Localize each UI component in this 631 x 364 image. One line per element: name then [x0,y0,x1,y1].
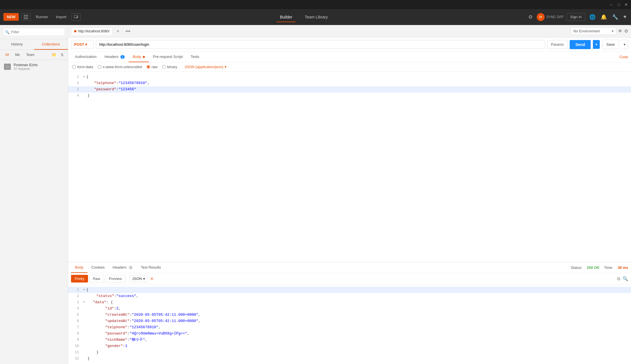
resp-cookies-label: Cookies [91,265,105,269]
code-link[interactable]: Code [619,55,628,59]
resp-code-line: 7 "telphone" : "12345678910" , [68,324,631,330]
sidebar-icon [24,15,28,19]
add-tab-button[interactable]: + [114,28,122,35]
tab-prerequest[interactable]: Pre-request Script [149,52,187,62]
save-button[interactable]: Save [602,40,619,49]
settings-icon[interactable]: ⚙ [527,13,534,21]
resp-tab-body[interactable]: Body [71,262,87,273]
bell-icon[interactable]: 🔔 [599,13,608,21]
svg-rect-2 [24,18,28,19]
json-fmt-label: JSON [132,277,142,281]
globe-icon[interactable]: 🌐 [588,13,597,21]
filter-me[interactable]: Me [13,52,22,58]
status-value: 200 OK [587,265,599,270]
preview-btn[interactable]: Preview [105,275,126,283]
form-data-option[interactable]: form-data [72,65,93,69]
resp-code-line: 2 "status" : "success" , [68,293,631,299]
urlencoded-option[interactable]: x-www-form-urlencoded [98,65,142,69]
body-options: form-data x-www-form-urlencoded raw bina… [68,62,631,72]
copy-button[interactable]: ⧉ [617,276,620,281]
filter-all[interactable]: All [3,52,11,58]
url-bar: http://localhost:8080/ + ••• No Environm… [68,25,631,37]
environment-dropdown[interactable]: No Environment ▾ [571,27,616,35]
filter-icon[interactable]: ≡ [151,276,153,281]
binary-option[interactable]: binary [162,65,177,69]
collection-name: Postman Echo [14,63,64,67]
code-line: 2 "telphone" : "12345678910" , [68,80,631,86]
toolbar: NEW Runner Import Builder Team Library ⚙… [0,9,631,25]
tab-headers[interactable]: Headers 1 [101,52,129,62]
sidebar-filter-bar: All Me Team 📁 ⇅ [0,50,68,60]
send-button[interactable]: Send [570,40,591,49]
resp-code-line: 10 "gender" : 1 [68,343,631,349]
resp-code-line: 11 } [68,349,631,355]
env-chevron: ▾ [612,29,614,33]
resp-collapse-arrow[interactable]: ▾ [83,287,85,293]
json-chevron: ▾ [225,65,227,69]
new-tab-button[interactable] [72,13,81,21]
filter-team[interactable]: Team [24,52,37,58]
main-layout: 🔍 History Collections All Me Team 📁 ⇅ □ … [0,25,631,364]
json-type-dropdown[interactable]: JSON (application/json) ▾ [185,65,227,69]
filter-input[interactable] [3,28,65,36]
new-folder-button[interactable]: 📁 [51,52,58,58]
url-input[interactable] [96,40,545,49]
binary-radio[interactable] [162,65,166,69]
runner-button[interactable]: Runner [33,13,51,20]
sort-button[interactable]: ⇅ [59,52,65,58]
heart-icon[interactable]: ♥ [622,13,628,21]
request-tabs: Authorization Headers 1 Body Pre-request… [68,52,631,62]
resp-format-bar: Pretty Raw Preview JSON ▾ ≡ ⧉ 🔍 [68,273,631,284]
env-settings-button[interactable]: ⚙ [624,28,628,34]
send-dropdown-button[interactable]: ▾ [593,40,600,49]
active-tab[interactable]: http://localhost:8080/ [71,27,113,35]
more-tabs-button[interactable]: ••• [123,28,133,35]
maximize-button[interactable]: □ [616,2,621,7]
collapse-arrow[interactable]: ▾ [83,74,85,80]
raw-option[interactable]: raw [147,65,158,69]
close-button[interactable]: ✕ [624,2,629,7]
team-library-tab[interactable]: Team Library [301,12,331,22]
sidebar-actions: 📁 ⇅ [51,52,65,58]
params-button[interactable]: Params [547,40,567,49]
sync-icon: ⟳ [537,13,545,21]
resp-data-arrow[interactable]: ▾ [83,299,85,306]
tab-dot [74,30,76,32]
method-dropdown[interactable]: POST ▾ [71,40,94,49]
collection-info: Postman Echo 37 requests [14,63,64,70]
pretty-btn[interactable]: Pretty [71,275,88,283]
collections-tab[interactable]: Collections [34,39,68,50]
tab-body[interactable]: Body [129,52,149,62]
sign-in-button[interactable]: Sign In [567,13,585,21]
import-button[interactable]: Import [53,13,69,20]
env-eye-button[interactable]: 👁 [618,29,622,34]
wrench-icon[interactable]: 🔧 [611,13,619,21]
sync-area: ⟳ SYNC OFF [537,13,564,21]
time-label: Time: [604,265,613,270]
builder-tab[interactable]: Builder [277,12,296,22]
resp-tab-cookies[interactable]: Cookies [87,262,109,273]
search-button[interactable]: 🔍 [622,276,628,281]
sidebar: 🔍 History Collections All Me Team 📁 ⇅ □ … [0,25,68,364]
raw-btn[interactable]: Raw [89,275,104,283]
minimize-button[interactable]: – [609,2,614,7]
resp-tab-tests[interactable]: Test Results [137,262,165,273]
json-format-dropdown[interactable]: JSON ▾ [129,275,148,282]
code-line: 3 "password" : "123456" [68,86,631,93]
list-item[interactable]: □ Postman Echo 37 requests [0,60,68,73]
history-tab[interactable]: History [0,39,34,50]
save-dropdown-button[interactable]: ▾ [621,40,628,49]
request-body-editor[interactable]: 1 ▾ { 2 "telphone" : "12345678910" , 3 "… [68,72,631,262]
urlencoded-radio[interactable] [98,65,101,69]
tab-authorization[interactable]: Authorization [71,52,101,62]
raw-radio[interactable] [147,65,150,69]
headers-tab-label: Headers [105,55,118,59]
auth-tab-label: Authorization [75,55,97,59]
new-button[interactable]: NEW [3,13,19,21]
form-data-radio[interactable] [72,65,76,69]
resp-tab-headers[interactable]: Headers 3 [109,262,137,273]
tab-tests[interactable]: Tests [187,52,203,62]
request-area: http://localhost:8080/ + ••• No Environm… [68,25,631,364]
time-value: 38 ms [618,265,628,270]
sidebar-toggle-button[interactable] [21,13,31,21]
